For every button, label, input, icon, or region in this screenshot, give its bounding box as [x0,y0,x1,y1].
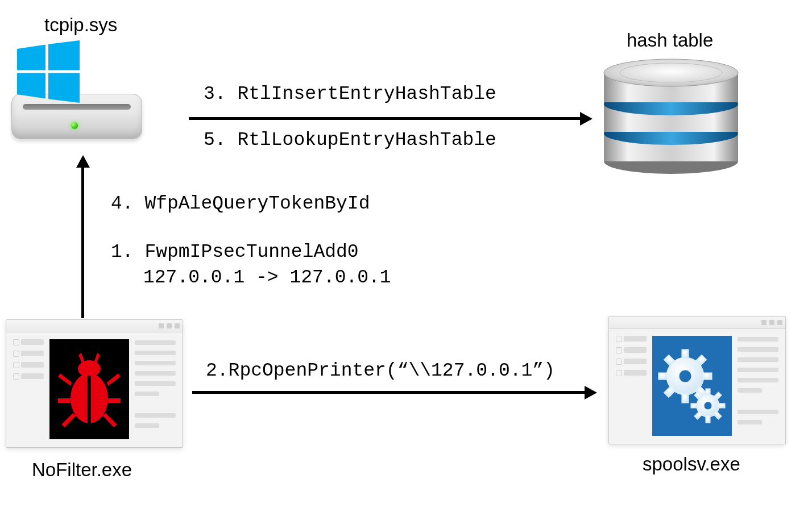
arrow-tcpip-to-hashtable [189,117,582,120]
gears-icon [652,336,732,436]
window-control-icon [761,320,767,325]
list-item [624,347,647,353]
spoolsv-window [608,316,786,444]
svg-marker-3 [48,73,80,103]
arrowhead-nofilter-to-tcpip [76,155,90,168]
step4-label: 4. WfpAleQueryTokenById [111,193,370,214]
nofilter-label: NoFilter.exe [32,459,132,481]
window-control-icon [769,320,774,325]
spoolsv-label: spoolsv.exe [643,453,740,475]
nofilter-window [6,319,183,448]
svg-marker-2 [17,73,45,99]
list-item [21,339,44,345]
step3-label: 3. RtlInsertEntryHashTable [204,84,496,105]
step2-label: 2.RpcOpenPrinter(“\\127.0.0.1”) [206,360,555,381]
window-text-lines [738,336,778,437]
svg-rect-19 [682,394,689,403]
tcpip-node [11,37,148,145]
arrowhead-nofilter-to-spoolsv [585,386,597,399]
arrow-nofilter-to-tcpip [81,166,84,318]
list-item [624,359,647,364]
tcpip-label: tcpip.sys [44,14,117,36]
svg-rect-28 [706,389,710,395]
svg-marker-1 [48,40,80,70]
list-item [21,351,44,356]
hashtable-label: hash table [627,30,713,51]
svg-point-26 [679,370,691,382]
svg-rect-16 [88,376,91,423]
windows-logo-icon [17,40,80,103]
step5-label: 5. RtlLookupEntryHashTable [204,130,496,151]
database-icon [600,56,741,175]
window-titlebar [609,317,785,329]
svg-rect-21 [703,373,712,380]
svg-rect-29 [706,416,710,423]
svg-point-36 [704,402,712,410]
svg-rect-20 [658,373,668,380]
svg-rect-31 [718,403,725,408]
svg-marker-0 [17,45,45,70]
window-control-icon [777,320,782,325]
svg-rect-18 [682,349,689,359]
window-sidebar [21,339,44,440]
window-control-icon [175,323,180,328]
step1-line2-label: 127.0.0.1 -> 127.0.0.1 [143,267,391,288]
bug-icon [49,339,129,439]
window-titlebar [6,320,183,332]
svg-rect-30 [691,403,698,408]
arrow-nofilter-to-spoolsv [192,391,587,394]
window-control-icon [167,323,172,328]
window-sidebar [624,336,647,437]
arrowhead-tcpip-to-hashtable [580,112,593,126]
list-item [624,370,647,376]
window-text-lines [135,339,176,440]
window-control-icon [159,323,164,328]
list-item [21,373,44,379]
step1-line1-label: 1. FwpmIPsecTunnelAdd0 [111,241,359,263]
list-item [624,336,647,342]
list-item [21,362,44,368]
